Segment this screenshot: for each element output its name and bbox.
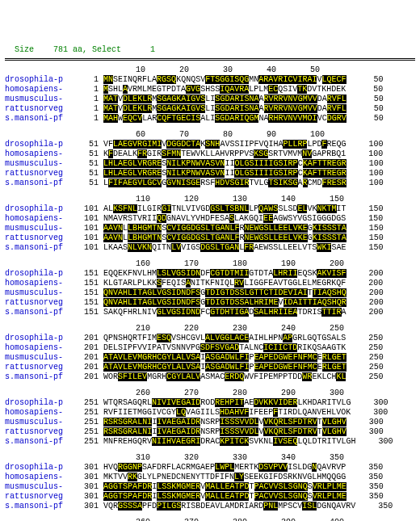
- start-pos: 51: [76, 140, 99, 149]
- end-pos: 50: [351, 114, 384, 124]
- sequence: EQQEKFNVLHMLSLVGSIDNDFCGTDTMIIGTDTALHRII…: [103, 269, 346, 278]
- start-pos: 101: [76, 214, 99, 224]
- end-pos: 150: [351, 214, 383, 224]
- species-name: musmusculus-: [5, 482, 76, 492]
- species-name: rattusnorveg: [5, 427, 76, 437]
- start-pos: 101: [76, 224, 99, 233]
- start-pos: 201: [76, 334, 99, 343]
- species-name: rattusnorveg: [5, 298, 76, 308]
- sequence: MNSEINQRFLARGSQKQNQSVFTSGGISQGMNARAVRICV…: [103, 75, 346, 84]
- species-name: musmusculus-: [5, 159, 76, 169]
- start-pos: 1: [76, 104, 99, 114]
- species-name: drosophila-p: [5, 398, 76, 408]
- species-name: homosapiens-: [5, 343, 76, 353]
- sequence: AGGTSPAFDRILSSKMGMERVMALLEATPDTPACVVSLSG…: [103, 492, 346, 501]
- end-pos: 100: [351, 149, 383, 159]
- end-pos: 150: [351, 204, 384, 214]
- start-pos: 251: [76, 408, 99, 418]
- sequence: QPNSHQRTFIMESQVSHCGVLALVGGLACEAIHLHPNAPG…: [103, 334, 346, 342]
- sequence: ATAVLEVMGRHCGYLALVSAIASGADWLFIPEAPEDGWEF…: [103, 363, 346, 372]
- end-pos: 150: [351, 243, 383, 253]
- end-pos: 100: [351, 140, 384, 149]
- sequence: HVQRGGNPSAFDRFLACRMGAEPLWPLMERTKDSVPVVIS…: [103, 463, 346, 472]
- sequence: LHLAEGLVRGRESNILKPNWVASVNIIOLGSIIIIGSIRP…: [103, 159, 346, 168]
- species-name: musmusculus-: [5, 95, 76, 104]
- end-pos: 50: [351, 85, 383, 95]
- start-pos: 301: [76, 482, 99, 492]
- end-pos: 300: [351, 427, 384, 437]
- end-pos: 50: [351, 75, 384, 85]
- sequence: RVFIIETMGGIVCGYLQVAGIILSHDAHVFIFEEPFTIRD…: [103, 408, 351, 417]
- sequence: SAKQFHRLNIVGLVGSIDNDFCGTDHTIGADSALHRIIEA…: [103, 308, 346, 317]
- start-pos: 251: [76, 427, 99, 437]
- sequence: KFDEALKFRGIRSFMNTEWVKLLAHVRPPVSKSGSRTVMV…: [103, 149, 346, 158]
- ruler: 60 70 80 90 100: [5, 130, 325, 139]
- start-pos: 1: [76, 114, 99, 124]
- sequence: VQRGSSSAPFDPILGSRISBDEAVLAMDRIARDPNLMPSC…: [103, 502, 355, 510]
- select-label: Select: [87, 45, 150, 54]
- sequence: AAVNLLBHGMTNSCVIGGDGSLTGANLFRNEWGSLLEELV…: [103, 224, 346, 233]
- species-name: drosophila-p: [5, 75, 76, 85]
- sequence: MATVDLEKLRMSGAGKAIGVSLISGDARISNAARVRRVNV…: [103, 104, 346, 113]
- sequence: LKAASNLVKNQITNLVVIGSDGSLTGANLFRAEWSSLLEE…: [103, 243, 346, 252]
- species-name: musmusculus-: [5, 418, 76, 427]
- end-pos: 100: [351, 169, 384, 179]
- end-pos: 350: [351, 463, 383, 473]
- sequence: MNFREHGQRVNIIHVAEGRIDRACKPITCKSVKNLIVSEQ…: [103, 437, 355, 446]
- species-name: musmusculus-: [5, 288, 76, 298]
- start-pos: 101: [76, 233, 99, 243]
- species-name: rattusnorveg: [5, 169, 76, 179]
- sequence: RSRSGRALNIIIVAEGAIDRNSRPISSSVVDLVVKQRLSF…: [103, 418, 346, 426]
- species-name: s.mansoni-pf: [5, 179, 76, 188]
- start-pos: 301: [76, 502, 99, 511]
- end-pos: 200: [351, 269, 384, 279]
- start-pos: 201: [76, 363, 99, 372]
- species-name: s.mansoni-pf: [5, 502, 76, 511]
- species-name: drosophila-p: [5, 140, 76, 149]
- end-pos: 200: [351, 288, 384, 298]
- sequence: MAHWEQCVLARCQFTGECISALISGDARIQGMNARHRVNV…: [103, 114, 346, 123]
- start-pos: 51: [76, 179, 99, 188]
- sequence: MSHLAVRMLMEGTPDTAGVGSHSSIQAVRALPLMECQSIV…: [103, 85, 346, 94]
- sequence: ATAVLEVMGRHCGYLALVSAIASGADWLFIPEAPEDGWEF…: [103, 353, 346, 362]
- end-pos: 350: [360, 502, 393, 511]
- ruler: 10 20 30 40 50: [5, 65, 320, 74]
- species-name: drosophila-p: [5, 269, 76, 279]
- species-name: s.mansoni-pf: [5, 372, 76, 382]
- ruler: 110 120 130 140 150: [5, 195, 344, 204]
- start-pos: 151: [76, 269, 99, 279]
- end-pos: 200: [351, 308, 384, 317]
- end-pos: 100: [351, 179, 384, 188]
- sequence: WORSFILEVMGRHCGYLALVASMACERDQWVFIPEMPPTD…: [103, 372, 346, 381]
- sequence: LFIFAEGVLGCVGGVNISGERSFHDVSGIRTVLGTSIKSG…: [103, 179, 346, 187]
- end-pos: 300: [351, 418, 384, 427]
- start-pos: 251: [76, 398, 99, 408]
- end-pos: 50: [351, 104, 384, 114]
- species-name: homosapiens-: [5, 408, 76, 418]
- end-pos: 300: [355, 398, 388, 408]
- sequence: VFLAEGVRGIMIVDGGDCTAKSNHAVSSIIPFVQIHAPLL…: [103, 140, 346, 149]
- end-pos: 250: [351, 353, 384, 363]
- end-pos: 300: [360, 437, 393, 447]
- sequence: WTQRSAGQRLNIVIVEGAIDRODREHPITAEDVKKVIDER…: [103, 398, 351, 407]
- start-pos: 151: [76, 298, 99, 308]
- start-pos: 51: [76, 159, 99, 169]
- start-pos: 1: [76, 95, 99, 104]
- end-pos: 350: [351, 492, 384, 502]
- sequence: QNVAHLITAGLVGSIDNDFSGTDIGTDSSALHRIMEVIDA…: [103, 298, 346, 307]
- start-pos: 51: [76, 169, 99, 179]
- select-value: 1: [150, 45, 155, 54]
- start-pos: 201: [76, 343, 99, 353]
- start-pos: 151: [76, 279, 99, 288]
- start-pos: 1: [76, 85, 99, 95]
- start-pos: 201: [76, 372, 99, 382]
- sequence: DELSIPFVVIPATVSNNVPGSDFSVGADTALNCICIICTD…: [103, 343, 346, 352]
- species-name: rattusnorveg: [5, 104, 76, 114]
- end-pos: 350: [351, 473, 383, 482]
- end-pos: 250: [351, 334, 383, 343]
- ruler: 210 220 230 240 250: [5, 324, 344, 333]
- species-name: homosapiens-: [5, 279, 76, 288]
- start-pos: 151: [76, 288, 99, 298]
- start-pos: 251: [76, 437, 99, 447]
- start-pos: 151: [76, 308, 99, 317]
